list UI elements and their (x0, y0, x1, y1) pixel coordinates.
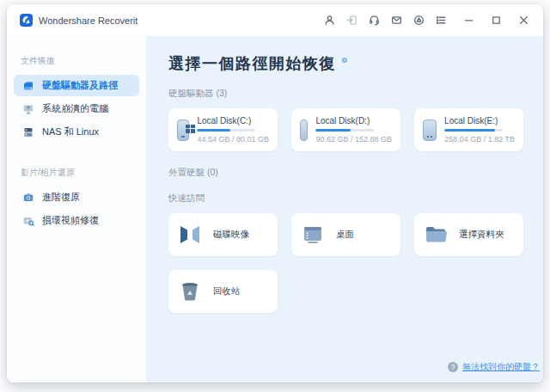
feedback-mail-icon[interactable] (390, 14, 403, 27)
info-icon[interactable] (342, 58, 347, 63)
drive-name: Local Disk(D:) (315, 116, 392, 126)
quick-card-label: 磁碟映像 (213, 229, 249, 241)
screen: Wondershare Recoverit (0, 0, 550, 392)
app-window: Wondershare Recoverit (7, 4, 543, 383)
hard-drive-icon (177, 119, 189, 141)
quick-card-label: 桌面 (336, 229, 354, 241)
drive-usage-fill (315, 129, 350, 132)
sidebar-item-advanced-recovery[interactable]: 進階復原 (14, 187, 139, 208)
drive-usage-text: 44.54 GB / 80.01 GB (197, 135, 269, 144)
camera-icon (21, 191, 34, 204)
account-icon[interactable] (323, 14, 336, 27)
hard-drive-icon (300, 119, 308, 141)
maximize-icon[interactable] (490, 14, 503, 27)
desktop-icon (300, 224, 326, 246)
quick-card-label: 選擇資料夾 (459, 229, 504, 241)
cant-find-drive-link[interactable]: 無法找到你的硬盤？ (462, 361, 540, 373)
titlebar-icons (323, 14, 530, 27)
menu-list-icon[interactable] (435, 14, 448, 27)
recycle-bin-icon (177, 280, 203, 303)
drive-card-list: Local Disk(C:) 44.54 GB / 80.01 GB Local… (168, 108, 529, 151)
sidebar-group-video-photo: 影片/相片還原 (21, 167, 132, 179)
question-icon: ? (448, 362, 458, 372)
quick-card-select-folder[interactable]: 選擇資料夾 (414, 213, 523, 256)
drive-usage-fill (197, 129, 229, 132)
video-repair-icon (21, 214, 34, 227)
drive-usage-bar (197, 129, 255, 132)
sidebar-item-drives-and-paths[interactable]: 硬盤驅動器及路徑 (14, 75, 139, 96)
drive-usage-fill (444, 129, 494, 132)
quick-card-disk-image[interactable]: 磁碟映像 (168, 213, 278, 256)
crashed-computer-icon (21, 102, 34, 115)
disk-image-icon (177, 224, 203, 246)
drive-usage-text: 90.62 GB / 152.88 GB (315, 135, 392, 144)
nas-server-icon (21, 126, 34, 138)
select-folder-icon (423, 224, 449, 246)
quick-card-label: 回收站 (213, 285, 241, 297)
sidebar-item-label: 系統崩潰的電腦 (42, 102, 108, 115)
sidebar-item-crashed-computer[interactable]: 系統崩潰的電腦 (14, 98, 139, 119)
page-title: 選擇一個路徑開始恢復 (168, 53, 529, 74)
sidebar-item-label: NAS 和 Linux (42, 126, 99, 138)
app-title: Wondershare Recoverit (39, 15, 138, 26)
window-body: 文件恢復 硬盤驅動器及路徑 系統崩潰的電腦 (7, 36, 543, 383)
drive-path-icon (21, 79, 34, 92)
sidebar-item-nas-linux[interactable]: NAS 和 Linux (14, 121, 139, 143)
main-panel: 選擇一個路徑開始恢復 硬盤驅動器 (3) Local Disk(C:) 44.5… (146, 36, 543, 383)
titlebar: Wondershare Recoverit (7, 4, 543, 36)
drive-card-e[interactable]: Local Disk(E:) 258.04 GB / 1.82 TB (414, 108, 523, 151)
drive-name: Local Disk(E:) (444, 116, 515, 126)
sidebar: 文件恢復 硬盤驅動器及路徑 系統崩潰的電腦 (7, 36, 146, 383)
drive-usage-bar (444, 129, 503, 132)
quick-access-card-list: 磁碟映像 桌面 選擇資料夾 (168, 213, 529, 313)
sidebar-item-video-repair[interactable]: 損壞視頻修復 (14, 210, 139, 231)
sign-in-icon[interactable] (345, 14, 358, 27)
quick-card-recycle-bin[interactable]: 回收站 (168, 270, 278, 313)
sidebar-item-label: 進階復原 (42, 191, 80, 204)
drive-card-c[interactable]: Local Disk(C:) 44.54 GB / 80.01 GB (168, 108, 278, 151)
sidebar-item-label: 硬盤驅動器及路徑 (42, 79, 118, 92)
network-globe-icon[interactable] (412, 14, 425, 27)
drive-name: Local Disk(C:) (197, 116, 269, 126)
brand: Wondershare Recoverit (20, 14, 138, 27)
support-headset-icon[interactable] (368, 14, 381, 27)
drive-usage-text: 258.04 GB / 1.82 TB (444, 135, 515, 144)
section-header-external: 外置硬盤 (0) (168, 167, 529, 179)
sidebar-item-label: 損壞視頻修復 (42, 214, 99, 227)
minimize-icon[interactable] (462, 14, 475, 27)
windows-logo-icon (186, 125, 195, 133)
quick-card-desktop[interactable]: 桌面 (291, 213, 400, 256)
sidebar-group-file-recovery: 文件恢復 (21, 55, 132, 67)
drive-card-d[interactable]: Local Disk(D:) 90.62 GB / 152.88 GB (291, 108, 400, 151)
section-header-hdd: 硬盤驅動器 (3) (168, 88, 529, 100)
drive-usage-bar (315, 129, 374, 132)
hard-drive-icon (423, 119, 437, 141)
app-logo-icon (20, 14, 33, 27)
close-icon[interactable] (517, 14, 530, 27)
help-link-container: ? 無法找到你的硬盤？ (448, 361, 540, 373)
section-header-quick-access: 快速訪問 (168, 193, 529, 205)
